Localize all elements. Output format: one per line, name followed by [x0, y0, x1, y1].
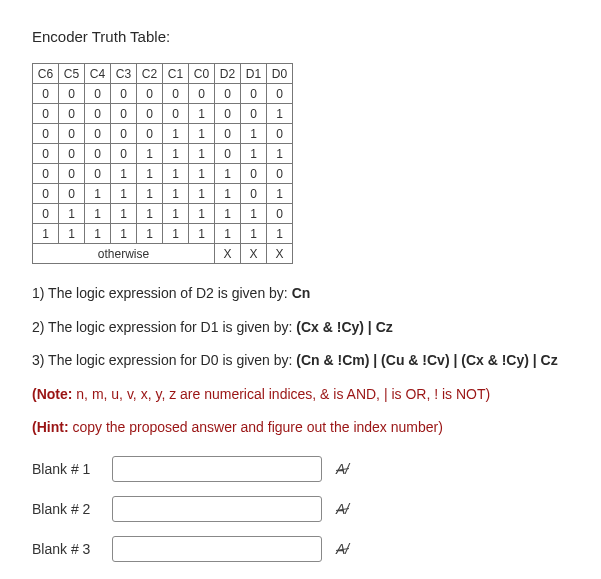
table-cell: 1	[59, 204, 85, 224]
table-cell: 0	[59, 84, 85, 104]
table-cell: 1	[137, 184, 163, 204]
table-cell: 0	[33, 164, 59, 184]
table-cell: 0	[241, 104, 267, 124]
blank-label: Blank # 3	[32, 541, 112, 557]
table-cell: 1	[215, 204, 241, 224]
table-cell: 0	[59, 124, 85, 144]
table-cell: 1	[189, 104, 215, 124]
hint-text: copy the proposed answer and figure out …	[69, 419, 443, 435]
blank-input-3[interactable]	[112, 536, 322, 562]
table-row: 0011111101	[33, 184, 293, 204]
table-cell: 1	[137, 144, 163, 164]
table-row: 0000001001	[33, 104, 293, 124]
table-cell: 1	[189, 204, 215, 224]
note-label: (Note:	[32, 386, 72, 402]
table-cell: 0	[215, 124, 241, 144]
table-header-cell: C4	[85, 64, 111, 84]
table-header-cell: D2	[215, 64, 241, 84]
table-cell: 1	[137, 204, 163, 224]
table-cell: 0	[267, 204, 293, 224]
table-header-cell: D0	[267, 64, 293, 84]
q1-bold: Cn	[292, 285, 311, 301]
table-cell: 0	[111, 104, 137, 124]
blank-input-2[interactable]	[112, 496, 322, 522]
table-cell: 0	[59, 184, 85, 204]
table-cell: 0	[111, 84, 137, 104]
table-cell: 1	[85, 184, 111, 204]
q1-text: 1) The logic expression of D2 is given b…	[32, 285, 292, 301]
table-header-cell: C2	[137, 64, 163, 84]
table-cell: 0	[33, 184, 59, 204]
blank-input-1[interactable]	[112, 456, 322, 482]
table-cell: 1	[267, 104, 293, 124]
q2-text: 2) The logic expression for D1 is given …	[32, 319, 296, 335]
table-cell: 1	[163, 124, 189, 144]
table-cell: 1	[85, 224, 111, 244]
table-cell: 1	[215, 164, 241, 184]
table-header-cell: C1	[163, 64, 189, 84]
table-header-cell: D1	[241, 64, 267, 84]
table-cell: 0	[137, 84, 163, 104]
table-cell: 1	[163, 224, 189, 244]
blank-row: Blank # 1A/	[32, 456, 569, 482]
table-cell: 1	[215, 224, 241, 244]
table-cell: 0	[85, 124, 111, 144]
table-cell: 0	[215, 104, 241, 124]
table-cell: 1	[189, 124, 215, 144]
table-cell: 1	[163, 164, 189, 184]
table-row: 0000011010	[33, 124, 293, 144]
table-cell: 0	[85, 104, 111, 124]
table-cell: X	[215, 244, 241, 264]
table-cell: 0	[59, 104, 85, 124]
table-cell: 0	[33, 124, 59, 144]
blank-row: Blank # 2A/	[32, 496, 569, 522]
table-row-otherwise: otherwiseXXX	[33, 244, 293, 264]
page-title: Encoder Truth Table:	[32, 28, 569, 45]
hint-label: (Hint:	[32, 419, 69, 435]
table-cell: 0	[59, 164, 85, 184]
table-cell: 0	[267, 124, 293, 144]
spellcheck-icon[interactable]: A/	[336, 541, 349, 557]
table-cell: 0	[85, 164, 111, 184]
table-cell: 0	[267, 84, 293, 104]
table-cell: 1	[137, 224, 163, 244]
spellcheck-icon[interactable]: A/	[336, 461, 349, 477]
table-cell: 0	[267, 164, 293, 184]
table-cell: 1	[215, 184, 241, 204]
table-cell: 1	[163, 184, 189, 204]
table-cell: 1	[241, 224, 267, 244]
table-header-cell: C5	[59, 64, 85, 84]
note-text: n, m, u, v, x, y, z are numerical indice…	[72, 386, 490, 402]
table-header-cell: C0	[189, 64, 215, 84]
spellcheck-icon[interactable]: A/	[336, 501, 349, 517]
question-2: 2) The logic expression for D1 is given …	[32, 318, 569, 338]
table-header-cell: C3	[111, 64, 137, 84]
table-cell: 1	[189, 144, 215, 164]
table-cell: 1	[33, 224, 59, 244]
truth-table: C6C5C4C3C2C1C0D2D1D0 0000000000000000100…	[32, 63, 293, 264]
table-cell: X	[241, 244, 267, 264]
table-cell: 0	[241, 164, 267, 184]
table-cell: 1	[267, 224, 293, 244]
table-cell: 0	[137, 124, 163, 144]
table-cell: 1	[189, 164, 215, 184]
table-cell: 1	[137, 164, 163, 184]
table-cell: 0	[137, 104, 163, 124]
table-cell: 0	[33, 84, 59, 104]
table-cell: 1	[189, 184, 215, 204]
table-cell: 0	[215, 144, 241, 164]
table-cell: 1	[163, 144, 189, 164]
table-cell: 1	[163, 204, 189, 224]
q3-bold: (Cn & !Cm) | (Cu & !Cv) | (Cx & !Cy) | C…	[296, 352, 557, 368]
table-cell: 1	[241, 204, 267, 224]
table-cell: 1	[111, 204, 137, 224]
table-cell: 1	[111, 164, 137, 184]
table-cell: 1	[267, 144, 293, 164]
table-cell: 0	[85, 144, 111, 164]
table-row: 0001111100	[33, 164, 293, 184]
table-cell: 1	[241, 124, 267, 144]
question-3: 3) The logic expression for D0 is given …	[32, 351, 569, 371]
table-row: 0000111011	[33, 144, 293, 164]
table-cell: 1	[241, 144, 267, 164]
table-cell: 1	[85, 204, 111, 224]
